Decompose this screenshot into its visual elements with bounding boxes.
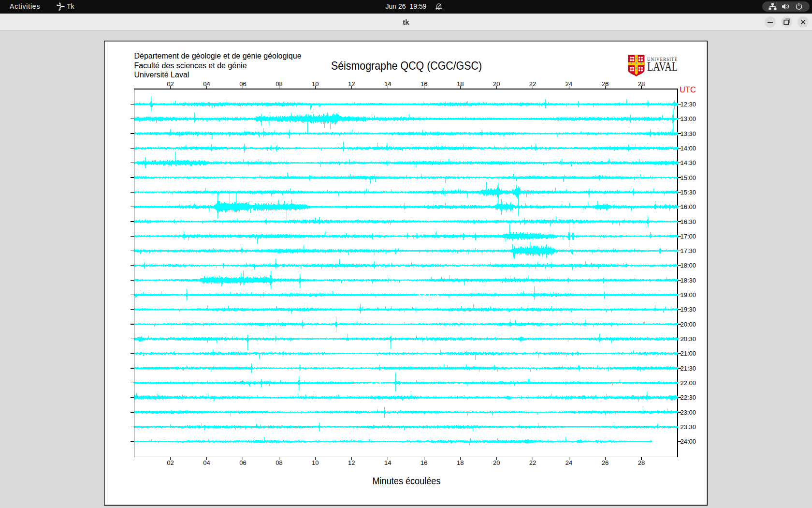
svg-text:15:30: 15:30 (681, 189, 696, 196)
svg-text:26: 26 (602, 80, 609, 88)
svg-text:04: 04 (203, 80, 210, 88)
svg-text:28: 28 (638, 80, 645, 88)
svg-text:06: 06 (239, 80, 246, 88)
svg-text:Minutes écoulées: Minutes écoulées (373, 475, 441, 486)
svg-text:18:00: 18:00 (681, 262, 696, 269)
svg-text:16: 16 (420, 80, 427, 88)
svg-text:17:30: 17:30 (681, 247, 696, 254)
svg-text:20:30: 20:30 (681, 335, 696, 343)
svg-text:10: 10 (312, 80, 319, 88)
svg-text:28: 28 (638, 459, 645, 466)
svg-text:20: 20 (493, 80, 500, 88)
svg-text:20: 20 (493, 459, 500, 466)
svg-text:18:30: 18:30 (681, 277, 696, 284)
svg-text:14:00: 14:00 (681, 145, 696, 152)
svg-text:04: 04 (203, 459, 210, 466)
svg-text:17:00: 17:00 (681, 233, 696, 240)
svg-text:22: 22 (529, 459, 536, 466)
svg-text:18: 18 (457, 80, 464, 88)
svg-text:23:30: 23:30 (681, 423, 696, 431)
svg-text:02: 02 (167, 80, 174, 88)
svg-text:12: 12 (348, 80, 355, 88)
svg-text:16:30: 16:30 (681, 218, 696, 225)
svg-text:02: 02 (167, 459, 174, 466)
svg-text:15:00: 15:00 (681, 174, 696, 181)
svg-text:16:00: 16:00 (681, 203, 696, 210)
svg-text:13:00: 13:00 (681, 115, 696, 122)
svg-text:08: 08 (276, 80, 282, 88)
svg-text:22:30: 22:30 (681, 394, 696, 401)
svg-text:08: 08 (276, 459, 282, 466)
svg-text:Département de géologie et de: Département de géologie et de génie géol… (134, 52, 302, 60)
svg-text:24: 24 (566, 459, 572, 466)
svg-text:19:30: 19:30 (681, 306, 696, 313)
svg-text:LAVAL: LAVAL (647, 60, 678, 74)
svg-text:20:00: 20:00 (681, 321, 696, 328)
svg-text:23:00: 23:00 (681, 409, 696, 416)
svg-text:21:00: 21:00 (681, 350, 696, 357)
svg-text:22:00: 22:00 (681, 379, 696, 387)
svg-text:UTC: UTC (680, 85, 696, 94)
svg-text:14: 14 (384, 459, 391, 466)
svg-text:22: 22 (529, 80, 536, 88)
svg-text:26: 26 (602, 459, 609, 466)
svg-text:14:30: 14:30 (681, 159, 696, 166)
svg-text:18: 18 (457, 459, 464, 466)
svg-text:Faculté des sciences et de gén: Faculté des sciences et de génie (134, 61, 247, 70)
svg-text:12:30: 12:30 (681, 101, 696, 108)
svg-text:12: 12 (348, 459, 355, 466)
svg-text:14: 14 (384, 80, 391, 88)
svg-text:24:00: 24:00 (681, 438, 696, 445)
svg-text:24: 24 (566, 80, 572, 88)
svg-text:10: 10 (312, 459, 319, 466)
svg-text:13:30: 13:30 (681, 130, 696, 137)
svg-text:21:30: 21:30 (681, 365, 696, 372)
svg-text:19:00: 19:00 (681, 291, 696, 299)
svg-text:06: 06 (239, 459, 246, 466)
svg-text:16: 16 (420, 459, 427, 466)
svg-text:Université Laval: Université Laval (134, 71, 189, 79)
svg-text:Séismographe QCQ (CGC/GSC): Séismographe QCQ (CGC/GSC) (331, 59, 482, 72)
